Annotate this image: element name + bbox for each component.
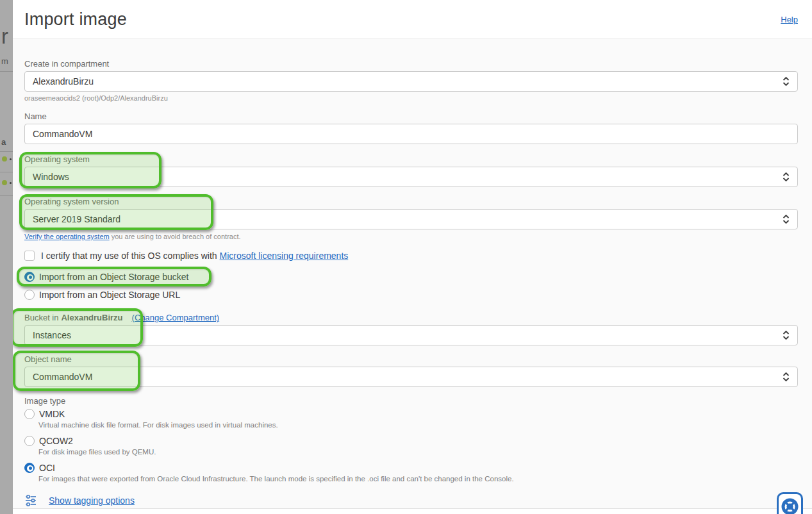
import-image-form: Create in compartment AlexandruBirzu ora… bbox=[13, 39, 812, 514]
source-option-url-label: Import from an Object Storage URL bbox=[39, 290, 180, 300]
image-type-option-qcow2[interactable]: QCOW2 bbox=[24, 435, 798, 446]
image-type-option-vmdk[interactable]: VMDK bbox=[24, 408, 798, 419]
bucket-select-value: Instances bbox=[33, 330, 783, 340]
name-label: Name bbox=[24, 112, 798, 122]
bucket-compartment-name: AlexandruBirzu bbox=[61, 313, 122, 322]
lifebuoy-icon bbox=[781, 498, 799, 514]
import-image-page: r m a Import image Help Create in compar… bbox=[0, 0, 812, 514]
panel-header: Import image Help bbox=[13, 0, 812, 39]
os-label: Operating system bbox=[24, 154, 798, 165]
change-compartment-link[interactable]: (Change Compartment) bbox=[132, 313, 220, 322]
compartment-select-value: AlexandruBirzu bbox=[33, 76, 783, 87]
name-input-value: CommandoVM bbox=[33, 129, 790, 139]
page-title: Import image bbox=[24, 10, 127, 29]
compartment-path-text: oraseemeaocids2 (root)/Odp2/AlexandruBir… bbox=[24, 94, 798, 103]
background-text-fragment bbox=[10, 158, 12, 160]
image-type-oci-description: For images that were exported from Oracl… bbox=[38, 475, 798, 484]
background-text-fragment: r bbox=[1, 24, 8, 49]
divider bbox=[0, 195, 13, 196]
chevron-updown-icon bbox=[783, 330, 790, 340]
image-type-qcow2-description: For disk image files used by QEMU. bbox=[38, 448, 798, 457]
verify-os-link[interactable]: Verify the operating system bbox=[24, 233, 110, 240]
footer-divider bbox=[13, 508, 812, 514]
radio-unselected-icon[interactable] bbox=[24, 436, 35, 446]
divider bbox=[0, 71, 13, 72]
os-version-select-value: Server 2019 Standard bbox=[33, 214, 783, 224]
source-option-url[interactable]: Import from an Object Storage URL bbox=[24, 289, 798, 300]
radio-selected-icon[interactable] bbox=[24, 463, 35, 473]
image-type-qcow2-label: QCOW2 bbox=[39, 436, 73, 446]
divider bbox=[0, 151, 13, 152]
os-select[interactable]: Windows bbox=[24, 167, 798, 187]
radio-unselected-icon[interactable] bbox=[24, 409, 35, 419]
radio-selected-icon[interactable] bbox=[24, 272, 35, 282]
name-input[interactable]: CommandoVM bbox=[24, 124, 798, 144]
status-dot-icon bbox=[2, 156, 7, 162]
object-name-select[interactable]: CommandoVM bbox=[24, 367, 798, 387]
show-tagging-options-link[interactable]: Show tagging options bbox=[49, 495, 135, 506]
compartment-label: Create in compartment bbox=[24, 59, 798, 69]
bucket-select[interactable]: Instances bbox=[24, 325, 798, 345]
chevron-updown-icon bbox=[783, 172, 790, 182]
background-text-fragment bbox=[10, 182, 12, 184]
verify-note-text: you are using to avoid breach of contrac… bbox=[110, 233, 241, 240]
os-version-label: Operating system version bbox=[24, 197, 798, 207]
source-option-bucket[interactable]: Import from an Object Storage bucket bbox=[24, 271, 798, 282]
object-name-select-value: CommandoVM bbox=[33, 372, 783, 382]
chevron-updown-icon bbox=[783, 214, 790, 224]
os-select-value: Windows bbox=[33, 172, 783, 182]
support-button[interactable] bbox=[777, 492, 803, 514]
status-dot-icon bbox=[2, 180, 7, 185]
image-type-vmdk-label: VMDK bbox=[39, 409, 65, 419]
certify-checkbox[interactable] bbox=[24, 251, 35, 261]
help-link[interactable]: Help bbox=[781, 15, 798, 24]
chevron-updown-icon bbox=[783, 372, 790, 382]
divider bbox=[0, 172, 13, 172]
bucket-label: Bucket in bbox=[24, 313, 58, 322]
certify-text: I certify that my use of this OS complie… bbox=[41, 251, 217, 261]
verify-note: Verify the operating system you are usin… bbox=[24, 233, 798, 242]
image-type-option-oci[interactable]: OCI bbox=[24, 462, 798, 473]
chevron-updown-icon bbox=[783, 76, 790, 87]
source-option-bucket-label: Import from an Object Storage bucket bbox=[39, 272, 188, 282]
tagging-sliders-icon bbox=[24, 494, 37, 507]
compartment-select[interactable]: AlexandruBirzu bbox=[24, 71, 798, 92]
image-type-oci-label: OCI bbox=[39, 463, 55, 473]
background-text-fragment: m bbox=[1, 56, 8, 66]
image-type-label: Image type bbox=[24, 396, 798, 406]
microsoft-licensing-link[interactable]: Microsoft licensing requirements bbox=[220, 251, 349, 261]
os-version-select[interactable]: Server 2019 Standard bbox=[24, 209, 798, 229]
radio-unselected-icon[interactable] bbox=[24, 290, 35, 300]
object-name-label: Object name bbox=[24, 354, 798, 365]
image-type-vmdk-description: Virtual machine disk file format. For di… bbox=[38, 421, 798, 430]
background-text-fragment: a bbox=[1, 137, 6, 147]
background-page-strip: r m a bbox=[0, 0, 13, 514]
